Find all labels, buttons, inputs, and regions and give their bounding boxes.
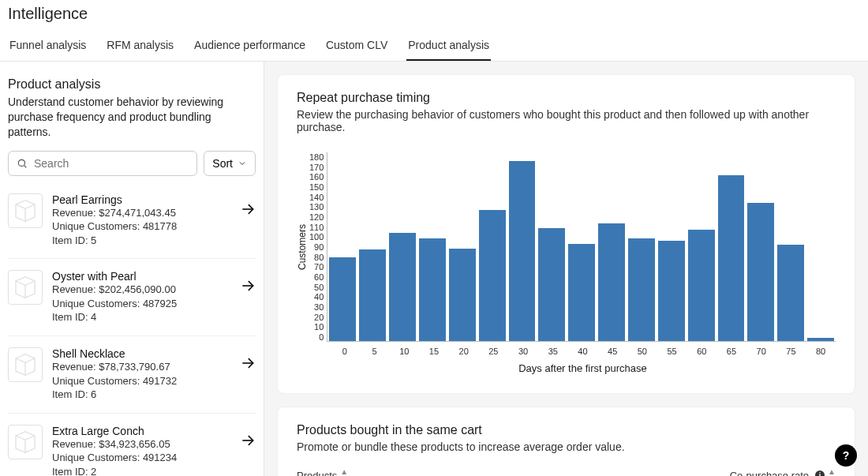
xtick: 40 — [568, 347, 598, 356]
xtick: 5 — [360, 347, 390, 356]
bar[interactable] — [359, 249, 386, 341]
help-button[interactable]: ? — [835, 444, 857, 467]
product-item[interactable]: Pearl EarringsRevenue: $274,471,043.45Un… — [8, 182, 256, 259]
product-thumb — [8, 193, 43, 228]
xtick: 0 — [330, 347, 360, 356]
xtick: 10 — [389, 347, 419, 356]
bar[interactable] — [598, 223, 625, 341]
product-revenue: Revenue: $34,923,656.05 — [52, 437, 230, 452]
card-title: Repeat purchase timing — [297, 91, 836, 105]
xtick: 45 — [597, 347, 627, 356]
product-item[interactable]: Shell NecklaceRevenue: $78,733,790.67Uni… — [8, 335, 256, 413]
ytick: 110 — [309, 223, 324, 232]
bar[interactable] — [807, 338, 834, 341]
bar[interactable] — [747, 203, 774, 341]
tab-funnel-analysis[interactable]: Funnel analysis — [8, 34, 88, 61]
bar[interactable] — [658, 241, 685, 341]
chart-yaxis: 1801701601501401301201101009080706050403… — [309, 152, 327, 342]
product-thumb — [8, 270, 43, 305]
tab-rfm-analysis[interactable]: RFM analysis — [105, 34, 175, 61]
ytick: 10 — [309, 322, 324, 332]
ytick: 30 — [309, 302, 324, 312]
product-name: Extra Large Conch — [52, 425, 230, 437]
card-title: Products bought in the same cart — [297, 423, 836, 437]
tab-audience-performance[interactable]: Audience performance — [193, 34, 307, 61]
search-icon — [17, 158, 28, 169]
xtick: 65 — [716, 347, 746, 356]
bar[interactable] — [568, 244, 595, 341]
ytick: 120 — [309, 212, 324, 222]
bar[interactable] — [389, 233, 416, 341]
sort-label: Sort — [212, 157, 233, 170]
tab-product-analysis[interactable]: Product analysis — [406, 34, 491, 61]
ytick: 150 — [309, 182, 324, 192]
product-revenue: Revenue: $78,733,790.67 — [52, 360, 230, 374]
xtick: 20 — [449, 347, 479, 356]
product-itemid: Item ID: 2 — [52, 465, 230, 476]
col-copurchase-rate[interactable]: Co-purchase rate i ▲▼ — [730, 469, 836, 476]
svg-point-0 — [18, 159, 24, 166]
ytick: 50 — [309, 283, 324, 292]
product-name: Pearl Earrings — [52, 193, 230, 206]
product-customers: Unique Customers: 491234 — [52, 451, 230, 465]
sort-button[interactable]: Sort — [204, 151, 256, 176]
ytick: 80 — [309, 253, 324, 262]
product-item[interactable]: Oyster with PearlRevenue: $202,456,090.0… — [8, 258, 256, 335]
main-content: Repeat purchase timing Review the purcha… — [264, 62, 868, 476]
arrow-right-icon — [240, 355, 256, 371]
bar[interactable] — [718, 175, 745, 341]
ytick: 40 — [309, 292, 324, 302]
product-item[interactable]: Extra Large ConchRevenue: $34,923,656.05… — [8, 413, 256, 476]
product-itemid: Item ID: 5 — [52, 234, 230, 248]
chevron-down-icon — [238, 159, 247, 168]
info-icon[interactable]: i — [815, 470, 825, 476]
bar[interactable] — [538, 228, 565, 341]
xtick: 70 — [746, 347, 776, 356]
placeholder-icon — [13, 198, 38, 223]
search-input[interactable] — [34, 157, 189, 170]
product-thumb — [8, 425, 43, 459]
page-title: Intelligence — [8, 5, 860, 23]
product-itemid: Item ID: 6 — [52, 388, 230, 402]
bar[interactable] — [777, 245, 804, 341]
product-list: Pearl EarringsRevenue: $274,471,043.45Un… — [8, 182, 256, 476]
bar[interactable] — [329, 257, 356, 341]
ytick: 170 — [309, 163, 324, 172]
ytick: 0 — [309, 332, 324, 342]
product-revenue: Revenue: $202,456,090.00 — [52, 283, 230, 297]
bar[interactable] — [479, 210, 506, 341]
chart-xaxis: 05101520253035404550556065707580 — [330, 347, 836, 356]
chart-plot — [327, 152, 836, 342]
product-customers: Unique Customers: 481778 — [52, 219, 230, 234]
xtick: 35 — [538, 347, 568, 356]
col-products[interactable]: Products ▲▼ — [297, 469, 348, 476]
xtick: 60 — [687, 347, 716, 356]
bar[interactable] — [509, 161, 536, 341]
xtick: 80 — [806, 347, 836, 356]
search-input-wrap[interactable] — [8, 151, 197, 176]
xtick: 75 — [776, 347, 806, 356]
sidebar-title: Product analysis — [8, 77, 256, 92]
bar[interactable] — [449, 249, 476, 341]
product-customers: Unique Customers: 491732 — [52, 374, 230, 388]
bar[interactable] — [688, 230, 715, 341]
ytick: 160 — [309, 172, 324, 182]
ytick: 180 — [309, 152, 324, 162]
xtick: 50 — [627, 347, 657, 356]
tabs-bar: Funnel analysisRFM analysisAudience perf… — [0, 34, 868, 62]
bar[interactable] — [628, 238, 655, 341]
xtick: 55 — [657, 347, 687, 356]
product-revenue: Revenue: $274,471,043.45 — [52, 206, 230, 220]
ytick: 20 — [309, 313, 324, 322]
card-description: Review the purchasing behavior of custom… — [297, 108, 836, 133]
product-name: Shell Necklace — [52, 347, 230, 360]
bar[interactable] — [419, 238, 446, 341]
tab-custom-clv[interactable]: Custom CLV — [324, 34, 389, 61]
product-name: Oyster with Pearl — [52, 270, 230, 283]
sidebar: Product analysis Understand customer beh… — [0, 62, 264, 476]
placeholder-icon — [13, 275, 38, 300]
chart: Customers 180170160150140130120110100908… — [297, 152, 836, 342]
xtick: 25 — [479, 347, 509, 356]
arrow-right-icon — [240, 278, 256, 294]
card-description: Promote or bundle these products to incr… — [297, 440, 836, 453]
